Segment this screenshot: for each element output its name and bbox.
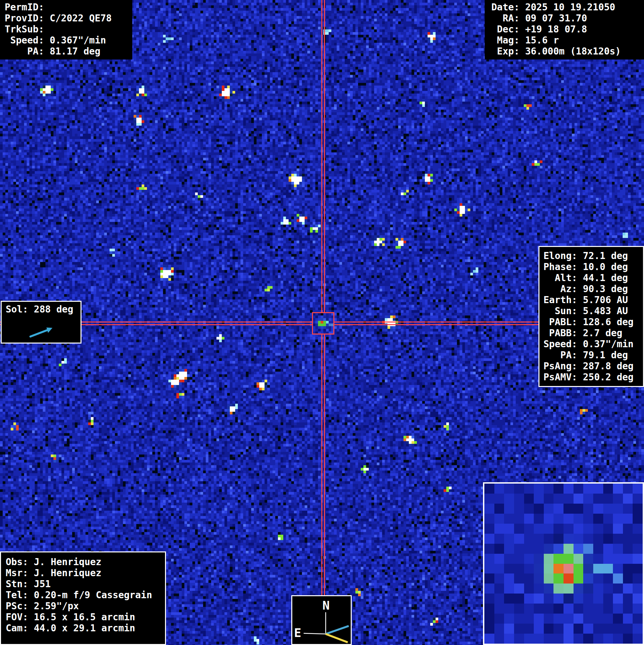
observer-info-box: Obs: J. Henriquez Msr: J. Henriquez Stn:…: [0, 551, 166, 645]
psang-line: PsAng: 287.8 deg: [543, 361, 639, 372]
provid-line: ProvID: C/2022 QE78: [5, 13, 128, 24]
phase-line: Phase: 10.0 deg: [543, 261, 639, 272]
mag-line: Mag: 15.6 r: [491, 35, 639, 46]
east-label: E: [294, 626, 301, 640]
target-marker-box: [312, 312, 334, 335]
msr-line: Msr: J. Henriquez: [6, 567, 160, 578]
earth-line: Earth: 5.706 AU: [543, 294, 639, 305]
observation-info-box: Date: 2025 10 19.21050 RA: 09 07 31.70 D…: [485, 0, 644, 59]
sol-label: Sol: 288 deg: [6, 304, 80, 315]
speed2-line: Speed: 0.37"/min: [543, 339, 639, 350]
fov-line: FOV: 16.5 x 16.5 arcmin: [6, 612, 160, 623]
psc-line: PSc: 2.59"/px: [6, 601, 160, 612]
dec-line: Dec: +19 18 07.8: [491, 24, 639, 35]
pabl-line: PABL: 128.6 deg: [543, 316, 639, 328]
astrometry-report: PermID: ProvID: C/2022 QE78 TrkSub: Spee…: [0, 0, 644, 645]
tel-line: Tel: 0.20-m f/9 Cassegrain: [6, 590, 160, 601]
obs-line: Obs: J. Henriquez: [6, 556, 160, 567]
trksub-line: TrkSub:: [5, 24, 128, 35]
sun-direction-arrow-icon: [2, 316, 80, 343]
compass-rose-icon: N E: [292, 596, 351, 644]
target-zoom-image: [484, 484, 643, 644]
pa-line: PA: 81.17 deg: [5, 46, 128, 57]
compass-box: N E: [291, 595, 352, 645]
stn-line: Stn: J51: [6, 578, 160, 590]
alt-line: Alt: 44.1 deg: [543, 272, 639, 283]
exp-line: Exp: 36.000m (18x120s): [491, 46, 639, 57]
north-label: N: [322, 599, 330, 612]
az-line: Az: 90.3 deg: [543, 283, 639, 294]
object-info-box: PermID: ProvID: C/2022 QE78 TrkSub: Spee…: [0, 0, 132, 59]
speed-line: Speed: 0.367"/min: [5, 35, 128, 46]
pa2-line: PA: 79.1 deg: [543, 350, 639, 361]
cam-line: Cam: 44.0 x 29.1 arcmin: [6, 623, 160, 634]
ephemeris-box: Elong: 72.1 deg Phase: 10.0 deg Alt: 44.…: [538, 246, 644, 387]
crosshair-vertical-top: [321, 0, 325, 312]
east-axis: [304, 633, 326, 634]
pa-vector: [326, 626, 349, 634]
target-zoom-inset: [483, 482, 644, 645]
elong-line: Elong: 72.1 deg: [543, 250, 639, 261]
date-line: Date: 2025 10 19.21050: [491, 2, 639, 13]
amv-vector: [326, 634, 348, 642]
permid-line: PermID:: [5, 2, 128, 13]
ra-line: RA: 09 07 31.70: [491, 13, 639, 24]
sun-line: Sun: 5.483 AU: [543, 305, 639, 316]
psamv-line: PsAMV: 250.2 deg: [543, 372, 639, 383]
pabb-line: PABB: 2.7 deg: [543, 328, 639, 339]
sun-direction-box: Sol: 288 deg: [1, 301, 82, 344]
